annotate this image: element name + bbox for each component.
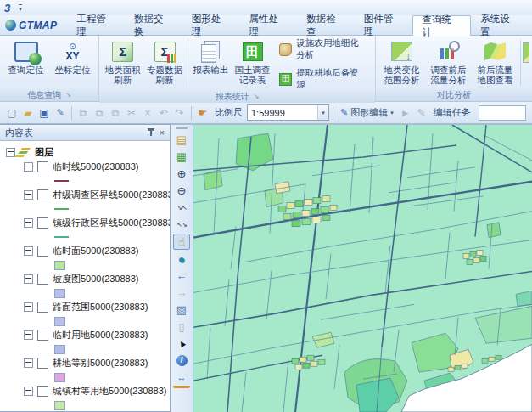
tab-map-sheets[interactable]: 图件管理	[355, 15, 412, 35]
collapse-icon[interactable]	[24, 162, 33, 172]
select-features-icon[interactable]: ▧	[173, 302, 190, 318]
paste-button[interactable]: ⧉	[108, 105, 123, 121]
tab-data-exchange[interactable]: 数据交换	[125, 15, 182, 35]
query-locate-button[interactable]: 查询定位	[3, 37, 49, 88]
duplicate-button[interactable]: ⧉	[92, 105, 107, 121]
clipped-button[interactable]	[523, 37, 529, 88]
locate-hand-icon[interactable]: ☛	[195, 105, 210, 121]
pin-icon[interactable]	[150, 129, 152, 136]
edit-task-input[interactable]	[479, 105, 526, 121]
collapse-icon[interactable]	[24, 358, 33, 368]
tab-attributes[interactable]: 属性处理	[239, 15, 297, 35]
clipboard-icon[interactable]: ▯	[173, 319, 190, 335]
tab-project[interactable]: 工程管理	[67, 15, 125, 35]
layer-row[interactable]: 镇级行政区界线5000(230883)	[6, 216, 170, 230]
identify-tool-icon[interactable]: i	[173, 353, 190, 369]
collapse-icon[interactable]	[24, 387, 33, 396]
layer-row[interactable]: 城镇村等用地5000(230883)	[6, 384, 170, 398]
measure-tool-icon[interactable]: ↔	[173, 370, 190, 388]
collapse-icon[interactable]	[6, 148, 15, 157]
close-icon[interactable]: ×	[160, 128, 165, 138]
layer-swatch[interactable]	[54, 373, 65, 382]
landtype-change-scope-button[interactable]: ↓ 地类变化 范围分析	[378, 37, 425, 88]
toolbar-grip[interactable]	[176, 127, 188, 129]
new-file-button[interactable]: ▢	[4, 105, 20, 121]
fixed-zoom-in-icon[interactable]: ↘↖	[173, 200, 190, 216]
pointer-tool-icon[interactable]: ▲	[173, 336, 190, 352]
theme-data-refresh-button[interactable]: Σ 专题数据 刷新	[143, 37, 185, 91]
collapse-icon[interactable]	[24, 274, 33, 284]
flow-map-view-button[interactable]: 前后流量 地图查看	[472, 37, 518, 88]
layer-checkbox[interactable]	[37, 189, 48, 200]
cut-button[interactable]: ✂	[124, 105, 139, 121]
layer-tree: 图层 临时线5000(230883) 村级调查区界线5000(230883)	[0, 141, 170, 411]
layer-row[interactable]: 村级调查区界线5000(230883)	[6, 188, 170, 202]
reserve-farmland-extract-button[interactable]: 田 提取耕地后备资源	[279, 67, 367, 91]
layer-swatch[interactable]	[54, 317, 65, 326]
undo-button[interactable]: ↶	[156, 105, 171, 121]
graphic-edit-dropdown[interactable]: ✎ 图形编辑 ▾	[337, 104, 397, 121]
quick-access-caret-icon[interactable]: ▾	[19, 4, 22, 12]
copy-button[interactable]: ⧉	[76, 105, 91, 121]
collapse-icon[interactable]	[24, 302, 33, 312]
layer-row[interactable]: 临时线5000(230883)	[6, 160, 170, 174]
scale-combo[interactable]: 1:59999 ▾	[247, 104, 329, 121]
layer-swatch[interactable]	[54, 289, 65, 298]
tab-graphics[interactable]: 图形处理	[182, 15, 240, 35]
collapse-icon[interactable]	[24, 190, 33, 200]
area-refresh-button[interactable]: Σ 地类面积 刷新	[102, 37, 143, 91]
redo-button[interactable]: ↷	[172, 105, 188, 121]
land-survey-record-button[interactable]: 田 国土调查 记录表	[232, 37, 273, 91]
layer-row[interactable]: 坡度图5000(230883)	[6, 272, 170, 286]
layer-row[interactable]: 临时用地5000(230883)	[6, 328, 170, 342]
scale-value[interactable]: 1:59999	[248, 108, 317, 118]
report-output-button[interactable]: 报表输出	[190, 37, 232, 91]
tab-system-settings[interactable]: 系统设置	[471, 15, 529, 35]
layer-row[interactable]: 临时面5000(230883)	[6, 244, 170, 258]
sketch-edit-button[interactable]: ✎	[414, 105, 429, 121]
facility-farmland-analysis-button[interactable]: 设施农用地细化分析	[279, 37, 367, 61]
dialog-launcher-icon[interactable]: ↘	[65, 92, 71, 99]
layer-checkbox[interactable]	[37, 161, 48, 172]
previous-extent-icon[interactable]: ←	[173, 268, 190, 284]
save-button[interactable]: ▣	[36, 105, 52, 121]
layer-checkbox[interactable]	[37, 302, 48, 313]
layer-checkbox[interactable]	[37, 274, 48, 285]
full-extent-icon[interactable]: ●	[173, 251, 190, 267]
layer-checkbox[interactable]	[37, 358, 48, 369]
layer-checkbox[interactable]	[37, 330, 48, 341]
tree-root-row[interactable]: 图层	[6, 145, 170, 160]
layer-swatch[interactable]	[54, 180, 69, 182]
scale-caret-icon[interactable]: ▾	[317, 105, 328, 120]
pan-tool-icon[interactable]: ☝	[173, 234, 190, 250]
collapse-icon[interactable]	[24, 246, 33, 256]
layer-swatch[interactable]	[54, 208, 69, 210]
layer-checkbox[interactable]	[37, 246, 48, 257]
delete-button[interactable]: ×	[140, 105, 155, 121]
collapse-icon[interactable]	[24, 218, 33, 228]
layer-row[interactable]: 耕地等别5000(230883)	[6, 356, 170, 370]
tab-data-check[interactable]: 数据检查	[297, 15, 355, 35]
continue-edit-button[interactable]: ▶	[398, 105, 413, 121]
layer-row[interactable]: 路面范围5000(230883)	[6, 300, 170, 314]
zoom-out-icon[interactable]: ⊖	[173, 183, 190, 199]
open-file-button[interactable]: ▰	[20, 105, 36, 121]
map-overview-tool-icon[interactable]: ▤	[173, 132, 190, 148]
layer-swatch[interactable]	[54, 261, 65, 270]
layer-checkbox[interactable]	[37, 386, 48, 397]
survey-flow-analysis-button[interactable]: 调查前后 流量分析	[425, 37, 472, 88]
collapse-icon[interactable]	[24, 330, 33, 340]
layer-swatch[interactable]	[54, 236, 69, 238]
layer-checkbox[interactable]	[37, 217, 48, 229]
zoom-in-icon[interactable]: ⊕	[173, 166, 190, 182]
map-canvas[interactable]	[193, 124, 532, 412]
layers-tool-icon[interactable]: ▦	[173, 149, 190, 165]
coordinate-locate-button[interactable]: ⊙XY 坐标定位	[49, 37, 96, 88]
next-extent-icon[interactable]: →	[173, 285, 190, 301]
layer-swatch[interactable]	[54, 345, 65, 354]
layer-swatch[interactable]	[54, 401, 65, 410]
fixed-zoom-out-icon[interactable]: ↖↘	[173, 217, 190, 233]
save-edit-button[interactable]: ✎	[53, 105, 68, 121]
dialog-launcher-icon[interactable]: ↘	[254, 93, 260, 100]
tab-query-statistics[interactable]: 查询统计	[412, 15, 472, 36]
